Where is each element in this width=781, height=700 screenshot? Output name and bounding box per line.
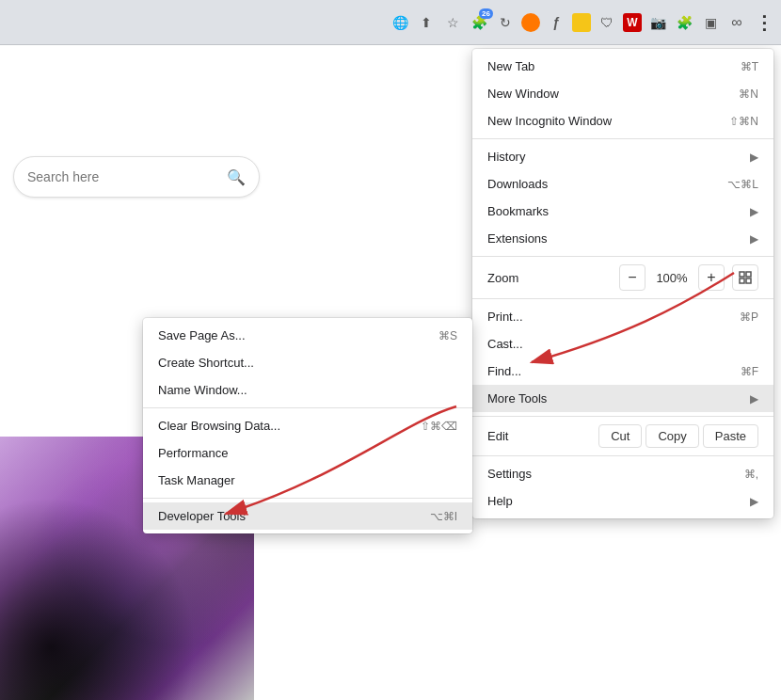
- menu-item-more-tools[interactable]: More Tools ▶: [472, 385, 773, 412]
- svg-rect-3: [746, 272, 751, 277]
- clear-browsing-label: Clear Browsing Data...: [158, 419, 390, 433]
- create-shortcut-label: Create Shortcut...: [158, 356, 457, 370]
- menu-item-new-window[interactable]: New Window ⌘N: [472, 80, 773, 107]
- developer-tools-shortcut: ⌥⌘I: [430, 510, 457, 523]
- three-dots-button[interactable]: ⋮: [753, 12, 773, 33]
- help-label: Help: [487, 494, 742, 508]
- svg-rect-2: [740, 272, 744, 277]
- menu-item-history[interactable]: History ▶: [472, 143, 773, 170]
- zoom-controls: − 100% +: [619, 264, 758, 291]
- incognito-label: New Incognito Window: [487, 114, 699, 128]
- zoom-label: Zoom: [487, 271, 619, 285]
- script-icon[interactable]: ƒ: [546, 12, 566, 33]
- history-label: History: [487, 150, 742, 164]
- developer-tools-label: Developer Tools: [158, 509, 400, 523]
- yellow-icon[interactable]: [572, 13, 591, 32]
- performance-label: Performance: [158, 446, 457, 460]
- menu-item-print[interactable]: Print... ⌘P: [472, 303, 773, 330]
- save-page-shortcut: ⌘S: [438, 329, 457, 342]
- print-shortcut: ⌘P: [740, 310, 758, 324]
- settings-label: Settings: [487, 467, 714, 481]
- cast-label: Cast...: [487, 337, 758, 351]
- menu-item-extensions[interactable]: Extensions ▶: [472, 225, 773, 252]
- star-icon[interactable]: ☆: [442, 12, 463, 33]
- settings-shortcut: ⌘,: [744, 468, 758, 481]
- menu-item-cast[interactable]: Cast...: [472, 330, 773, 358]
- shield-icon[interactable]: 🛡: [597, 12, 617, 33]
- clear-browsing-shortcut: ⇧⌘⌫: [421, 420, 457, 433]
- camera-icon[interactable]: 📷: [647, 12, 668, 33]
- infinity-icon[interactable]: ∞: [726, 12, 747, 33]
- w-icon[interactable]: W: [623, 13, 642, 32]
- share-icon[interactable]: ⬆: [416, 12, 437, 33]
- zoom-row: Zoom − 100% +: [472, 261, 773, 294]
- find-shortcut: ⌘F: [741, 365, 758, 378]
- svg-rect-4: [740, 278, 744, 283]
- menu-item-task-manager[interactable]: Task Manager: [143, 467, 472, 494]
- edit-controls: Cut Copy Paste: [598, 424, 758, 448]
- menu-item-find[interactable]: Find... ⌘F: [472, 358, 773, 385]
- separator-2: [472, 256, 773, 257]
- extensions-label: Extensions: [487, 231, 742, 246]
- bookmarks-label: Bookmarks: [487, 204, 742, 218]
- menu-item-downloads[interactable]: Downloads ⌥⌘L: [472, 170, 773, 198]
- menu-item-name-window[interactable]: Name Window...: [143, 376, 472, 404]
- menu-item-bookmarks[interactable]: Bookmarks ▶: [472, 198, 773, 225]
- menu-item-settings[interactable]: Settings ⌘,: [472, 460, 773, 487]
- orange-icon[interactable]: [521, 13, 540, 32]
- zoom-plus-button[interactable]: +: [698, 264, 725, 291]
- separator-1: [472, 138, 773, 139]
- task-manager-label: Task Manager: [158, 473, 457, 487]
- cut-button[interactable]: Cut: [598, 424, 642, 448]
- menu-item-incognito[interactable]: New Incognito Window ⇧⌘N: [472, 107, 773, 135]
- more-tools-sep-1: [143, 407, 472, 408]
- edit-row: Edit Cut Copy Paste: [472, 421, 773, 452]
- search-icon: 🔍: [227, 168, 246, 186]
- zoom-fullscreen-button[interactable]: [732, 264, 758, 291]
- sidebar-icon[interactable]: ▣: [700, 12, 721, 33]
- downloads-shortcut: ⌥⌘L: [727, 178, 758, 191]
- menu-item-save-page[interactable]: Save Page As... ⌘S: [143, 322, 472, 349]
- menu-item-performance[interactable]: Performance: [143, 439, 472, 467]
- separator-5: [472, 455, 773, 456]
- more-tools-arrow: ▶: [750, 392, 758, 406]
- copy-button[interactable]: Copy: [646, 424, 698, 448]
- translate-icon[interactable]: 🌐: [390, 12, 410, 33]
- menu-item-help[interactable]: Help ▶: [472, 487, 773, 515]
- new-window-shortcut: ⌘N: [739, 88, 758, 101]
- save-page-label: Save Page As...: [158, 328, 408, 342]
- find-label: Find...: [487, 364, 710, 378]
- zoom-value: 100%: [653, 271, 691, 285]
- bookmarks-arrow: ▶: [750, 205, 758, 218]
- puzzle-icon[interactable]: 🧩: [674, 12, 694, 33]
- help-arrow: ▶: [750, 495, 758, 508]
- extensions-arrow: ▶: [750, 232, 758, 246]
- new-tab-shortcut: ⌘T: [741, 60, 758, 73]
- more-tools-submenu: Save Page As... ⌘S Create Shortcut... Na…: [143, 318, 472, 533]
- toolbar-icons: 🌐 ⬆ ☆ 🧩 26 ↻ ƒ 🛡 W 📷 🧩 ▣ ∞ ⋮: [390, 12, 773, 33]
- more-tools-label: More Tools: [487, 391, 742, 406]
- chrome-menu: New Tab ⌘T New Window ⌘N New Incognito W…: [472, 49, 773, 518]
- separator-4: [472, 416, 773, 417]
- menu-item-new-tab[interactable]: New Tab ⌘T: [472, 53, 773, 80]
- menu-item-developer-tools[interactable]: Developer Tools ⌥⌘I: [143, 502, 472, 530]
- search-bar[interactable]: 🔍: [13, 156, 260, 198]
- search-input[interactable]: [27, 169, 227, 184]
- new-tab-label: New Tab: [487, 59, 710, 73]
- edit-label: Edit: [487, 429, 598, 443]
- refresh-icon[interactable]: ↻: [495, 12, 516, 33]
- history-arrow: ▶: [750, 151, 758, 164]
- paste-button[interactable]: Paste: [703, 424, 758, 448]
- name-window-label: Name Window...: [158, 383, 457, 397]
- more-tools-sep-2: [143, 498, 472, 499]
- incognito-shortcut: ⇧⌘N: [729, 115, 758, 128]
- separator-3: [472, 298, 773, 299]
- new-window-label: New Window: [487, 87, 709, 101]
- menu-item-create-shortcut[interactable]: Create Shortcut...: [143, 349, 472, 376]
- zoom-minus-button[interactable]: −: [619, 264, 646, 291]
- svg-rect-5: [746, 278, 751, 283]
- page-content: 🔍 New Tab ⌘T New Window ⌘N New I: [0, 45, 781, 700]
- downloads-label: Downloads: [487, 177, 697, 191]
- puzzle-badge-icon[interactable]: 🧩 26: [469, 12, 489, 33]
- menu-item-clear-browsing[interactable]: Clear Browsing Data... ⇧⌘⌫: [143, 412, 472, 439]
